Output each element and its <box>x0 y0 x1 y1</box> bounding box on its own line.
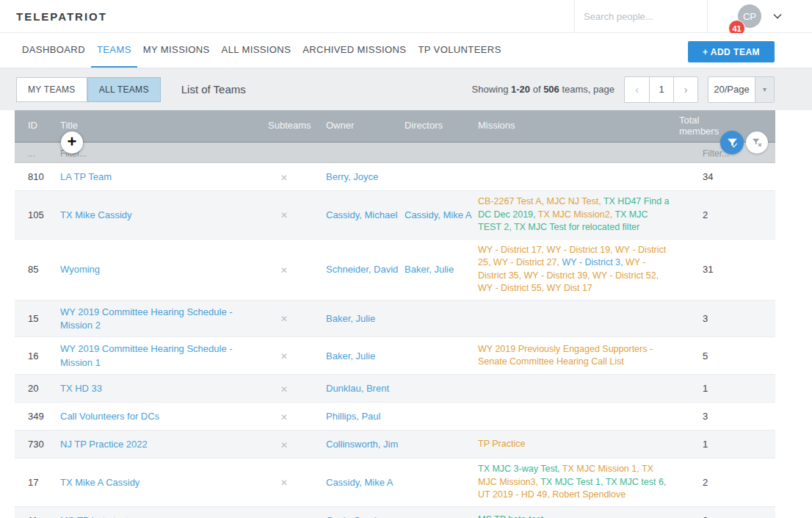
owner-link[interactable]: Baker, Julie <box>326 313 375 324</box>
clear-filter-button[interactable] <box>746 132 768 154</box>
mission-link[interactable]: WY - District 3, <box>562 257 626 267</box>
close-icon[interactable]: ✕ <box>280 314 288 324</box>
next-page-icon[interactable]: › <box>673 77 697 102</box>
director-link[interactable]: Cassidy, Mike A <box>405 209 472 220</box>
id-filter-input[interactable] <box>28 148 51 159</box>
col-header-id[interactable]: ID <box>15 120 60 132</box>
close-icon[interactable]: ✕ <box>280 210 288 220</box>
main-nav: DASHBOARD TEAMS MY MISSIONS ALL MISSIONS… <box>0 33 812 68</box>
nav-teams[interactable]: TEAMS <box>91 33 137 68</box>
table-header-row: ID Title Subteams Owner Directors Missio… <box>15 110 775 143</box>
mission-link[interactable]: WY - District 27, <box>493 257 562 267</box>
team-title-link[interactable]: TX Mike Cassidy <box>60 209 132 220</box>
owner-link[interactable]: Collinsworth, Jim <box>326 439 398 450</box>
pagination: ‹ › <box>624 76 698 103</box>
team-title-link[interactable]: TX HD 33 <box>60 383 102 394</box>
teams-table: + ID Title Subteams Owner Directors Miss… <box>15 110 775 518</box>
mission-link[interactable]: WY - District 19, <box>547 245 616 255</box>
owner-link[interactable]: Cassidy, Michael <box>326 209 397 220</box>
list-toolbar: MY TEAMS ALL TEAMS List of Teams Showing… <box>0 68 812 110</box>
owner-link[interactable]: Phillips, Paul <box>326 411 380 422</box>
mission-link[interactable]: TX MJC 3-way Test, <box>478 464 562 474</box>
team-title-link[interactable]: NJ TP Practice 2022 <box>60 439 148 450</box>
close-icon[interactable]: ✕ <box>280 478 288 488</box>
teams-table-area: + ID Title Subteams Owner Directors Miss… <box>0 110 812 518</box>
prev-page-icon[interactable]: ‹ <box>625 77 649 102</box>
page-size-select[interactable]: 20/Page ▾ <box>708 76 775 103</box>
mission-link[interactable]: TX MJC Test 1, <box>540 477 605 487</box>
filter-row <box>15 143 775 163</box>
chevron-down-icon[interactable] <box>773 13 782 19</box>
close-icon[interactable]: ✕ <box>280 265 288 276</box>
col-header-missions[interactable]: Missions <box>478 120 679 132</box>
col-header-owner[interactable]: Owner <box>326 120 405 132</box>
table-row: 85 Wyoming ✕ Schneider, David Baker, Jul… <box>15 240 775 301</box>
cell-missions: MS TP beta test <box>478 514 679 518</box>
team-title-link[interactable]: Call Volunteers for DCs <box>60 411 159 422</box>
page-number-input[interactable] <box>650 84 674 95</box>
mission-link[interactable]: WY - District 52, <box>592 270 659 281</box>
mission-link[interactable]: WY - District 39, <box>524 270 593 281</box>
mission-link[interactable]: UT 2019 - HD 49, Robert Spendlove <box>478 489 626 500</box>
close-icon[interactable]: ✕ <box>280 173 288 183</box>
all-teams-button[interactable]: ALL TEAMS <box>87 77 161 102</box>
table-row: 20 TX HD 33 ✕ Dunklau, Brent 1 <box>15 375 775 403</box>
add-team-button[interactable]: + ADD TEAM <box>688 41 775 62</box>
col-header-directors[interactable]: Directors <box>405 120 478 132</box>
col-header-subteams[interactable]: Subteams <box>268 120 326 132</box>
mission-link[interactable]: WY - District 55, <box>478 283 547 293</box>
page-title: List of Teams <box>181 83 246 96</box>
dropdown-caret-icon: ▾ <box>755 77 774 102</box>
owner-link[interactable]: Dunklau, Brent <box>326 383 389 394</box>
mission-link[interactable]: MS TP beta test <box>478 514 543 518</box>
mission-link[interactable]: TX MJC Mission 1, <box>562 464 642 474</box>
team-title-link[interactable]: TX Mike A Cassidy <box>60 477 139 488</box>
nav-dashboard[interactable]: DASHBOARD <box>16 33 91 68</box>
team-title-link[interactable]: WY 2019 Committee Hearing Schedule - Mis… <box>60 306 233 331</box>
mission-link[interactable]: TP Practice <box>478 439 525 449</box>
owner-link[interactable]: Schneider, David <box>326 264 398 275</box>
owner-link[interactable]: Baker, Julie <box>326 350 375 361</box>
total-teams-count: 506 <box>543 84 559 95</box>
close-icon[interactable]: ✕ <box>280 351 288 361</box>
cell-missions: TP Practice <box>478 438 679 451</box>
owner-link[interactable]: Cook, Carolyn <box>326 515 386 518</box>
apply-filter-button[interactable] <box>720 131 744 154</box>
avatar[interactable]: CP 41 <box>738 4 761 28</box>
owner-link[interactable]: Cassidy, Mike A <box>326 477 394 488</box>
mission-link[interactable]: CB-2267 Test A, <box>478 196 547 206</box>
nav-my-missions[interactable]: MY MISSIONS <box>137 33 216 68</box>
mission-link[interactable]: TX MJC test 6, <box>606 477 667 487</box>
cell-total: 3 <box>679 411 775 422</box>
nav-archived-missions[interactable]: ARCHIVED MISSIONS <box>297 33 412 68</box>
team-title-link[interactable]: LA TP Team <box>60 171 112 182</box>
close-icon[interactable]: ✕ <box>280 440 288 450</box>
search-input[interactable] <box>584 11 698 22</box>
col-header-title[interactable]: Title <box>60 120 268 132</box>
my-teams-button[interactable]: MY TEAMS <box>16 77 87 102</box>
table-row: 16 WY 2019 Committee Hearing Schedule - … <box>15 337 775 375</box>
mission-link[interactable]: TX MJC Mission2, <box>538 209 615 220</box>
cell-id: 16 <box>15 350 60 361</box>
table-row: 730 NJ TP Practice 2022 ✕ Collinsworth, … <box>15 431 775 458</box>
title-filter-input[interactable] <box>60 148 242 159</box>
filter-cell-title <box>60 146 268 159</box>
page-number-cell <box>649 77 673 102</box>
mission-link[interactable]: TX MJC Test for relocated filter <box>514 222 639 232</box>
nav-tp-volunteers[interactable]: TP VOLUNTEERS <box>412 33 507 68</box>
director-link[interactable]: Baker, Julie <box>405 264 454 275</box>
close-icon[interactable]: ✕ <box>280 384 288 395</box>
close-icon[interactable]: ✕ <box>280 412 288 422</box>
mission-link[interactable]: WY 2019 Previously Engaged Supporters - … <box>478 344 653 367</box>
add-row-button[interactable]: + <box>61 132 83 154</box>
team-title-link[interactable]: MS TP beta testers <box>60 515 142 518</box>
col-header-total-members[interactable]: Total members <box>679 115 728 137</box>
mission-link[interactable]: WY Dist 17 <box>547 283 592 293</box>
team-title-link[interactable]: Wyoming <box>60 264 100 275</box>
team-title-link[interactable]: WY 2019 Committee Hearing Schedule - Mis… <box>60 343 233 368</box>
mission-link[interactable]: MJC NJ Test, <box>547 196 603 206</box>
nav-all-missions[interactable]: ALL MISSIONS <box>216 33 297 68</box>
filter-clear-icon <box>751 137 763 148</box>
owner-link[interactable]: Berry, Joyce <box>326 171 378 182</box>
mission-link[interactable]: WY - District 17, <box>478 245 547 255</box>
